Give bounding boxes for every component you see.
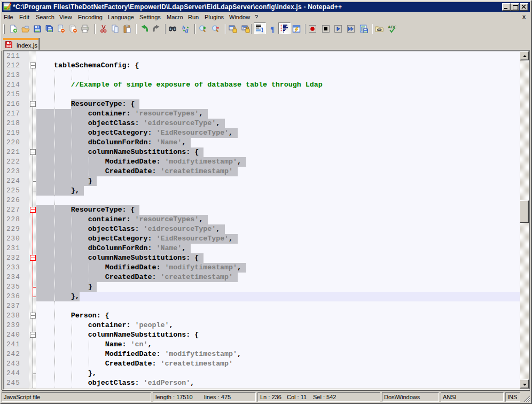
svg-text:¶: ¶ <box>270 25 275 33</box>
svg-text:ABC: ABC <box>388 25 396 29</box>
